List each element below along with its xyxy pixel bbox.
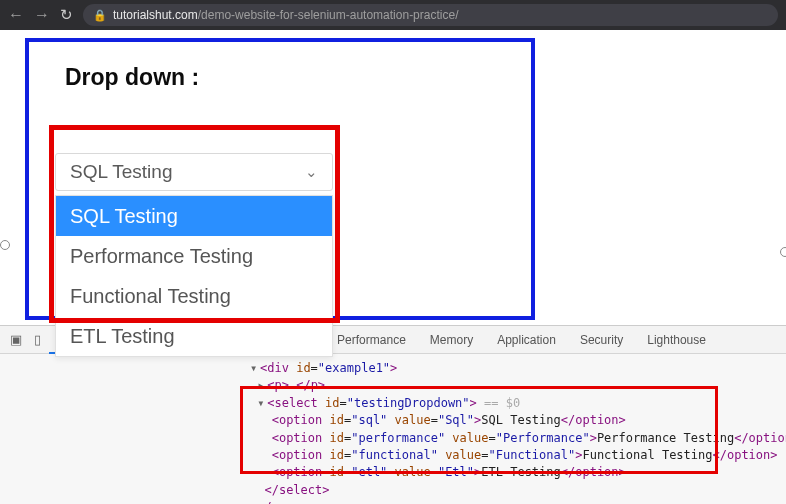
url-domain: tutorialshut.com	[113, 8, 198, 22]
devtools-elements-body[interactable]: ▾<div id="example1"> ▸<p>…</p> ▾<select …	[0, 354, 786, 504]
device-toolbar-icon[interactable]: ▯	[30, 332, 45, 347]
section-heading: Drop down :	[65, 64, 531, 91]
annotation-highlight	[49, 125, 340, 323]
reload-icon[interactable]: ↻	[60, 6, 73, 24]
inspect-icon[interactable]: ▣	[6, 332, 26, 347]
tab-performance[interactable]: Performance	[327, 327, 416, 353]
tab-security[interactable]: Security	[570, 327, 633, 353]
lock-icon: 🔒	[93, 9, 107, 22]
tab-memory[interactable]: Memory	[420, 327, 483, 353]
browser-toolbar: ← → ↻ 🔒 tutorialshut.com/demo-website-fo…	[0, 0, 786, 30]
tab-lighthouse[interactable]: Lighthouse	[637, 327, 716, 353]
address-bar[interactable]: 🔒 tutorialshut.com/demo-website-for-sele…	[83, 4, 778, 26]
selection-handle[interactable]	[780, 247, 786, 257]
back-icon[interactable]: ←	[8, 6, 24, 24]
selection-handle[interactable]	[0, 240, 10, 250]
forward-icon[interactable]: →	[34, 6, 50, 24]
page-content: Drop down : SQL Testing ⌄ SQL Testing Pe…	[0, 30, 786, 325]
tab-application[interactable]: Application	[487, 327, 566, 353]
url-path: /demo-website-for-selenium-automation-pr…	[198, 8, 459, 22]
